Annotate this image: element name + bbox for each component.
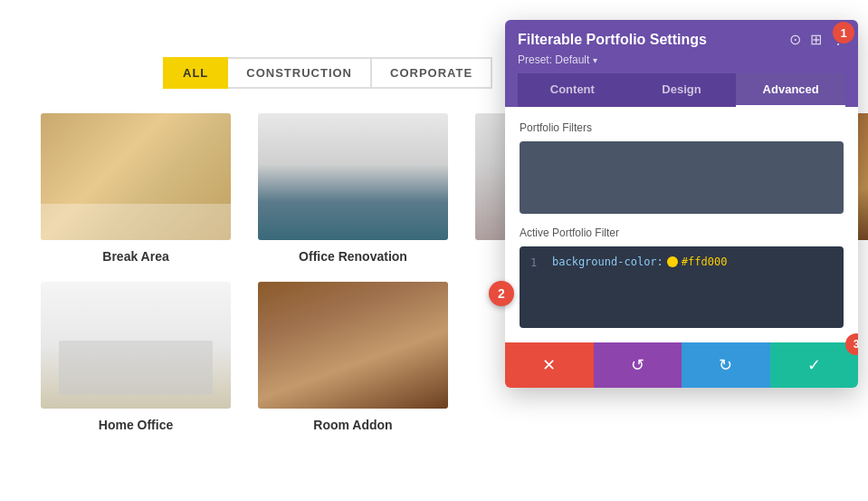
undo-button[interactable]: ↺	[594, 342, 682, 388]
active-filter-editor[interactable]: 1 background-color: #ffd000	[520, 246, 844, 328]
step-badge-1: 1	[833, 22, 854, 43]
undo-icon: ↺	[631, 355, 644, 375]
settings-panel: Filterable Portfolio Settings ⊙ ⊞ ⋮ 1 Pr…	[505, 20, 858, 388]
panel-title-row: Filterable Portfolio Settings ⊙ ⊞ ⋮ 1	[518, 31, 845, 48]
portfolio-item-room-addon[interactable]: Room Addon	[253, 282, 453, 432]
step-badge-3: 3	[845, 333, 858, 355]
portfolio-item-break-area[interactable]: Break Area	[36, 113, 235, 264]
code-content: background-color: #ffd000	[552, 255, 727, 268]
tab-advanced[interactable]: Advanced	[736, 73, 845, 107]
redo-button[interactable]: ↻	[682, 342, 770, 388]
portfolio-filters-label: Portfolio Filters	[520, 121, 844, 134]
cancel-button[interactable]: ✕	[505, 342, 594, 388]
portfolio-title-break-area: Break Area	[102, 249, 168, 264]
code-value: #ffd000	[682, 255, 728, 268]
grid-icon[interactable]: ⊞	[810, 31, 822, 48]
portfolio-title-home-office: Home Office	[99, 418, 173, 432]
filter-tabs-container: ALL CONSTRUCTION CORPORATE	[163, 57, 492, 89]
portfolio-item-home-office[interactable]: Home Office	[36, 282, 235, 432]
preset-label: Preset: Default	[518, 53, 589, 66]
portfolio-filters-input[interactable]	[520, 141, 844, 214]
code-line-number: 1	[530, 255, 541, 269]
filter-tab-all[interactable]: ALL	[163, 57, 228, 89]
confirm-button[interactable]: ✓ 3	[770, 342, 859, 388]
step-badge-2: 2	[489, 281, 514, 306]
portfolio-title-room-addon: Room Addon	[313, 418, 392, 432]
panel-header: Filterable Portfolio Settings ⊙ ⊞ ⋮ 1 Pr…	[505, 20, 858, 107]
color-swatch[interactable]	[667, 256, 678, 267]
panel-header-icons: ⊙ ⊞ ⋮ 1	[789, 31, 845, 48]
panel-title: Filterable Portfolio Settings	[518, 32, 707, 48]
active-filter-label: Active Portfolio Filter	[520, 226, 844, 239]
desk-decoration	[59, 341, 213, 395]
portfolio-thumb-room-addon	[258, 282, 448, 409]
portfolio-item-office-reno[interactable]: Office Renovation	[253, 113, 453, 264]
portfolio-title-office-reno: Office Renovation	[299, 249, 407, 264]
confirm-icon: ✓	[807, 355, 821, 375]
preset-row: Preset: Default ▾	[518, 53, 845, 66]
panel-footer: ✕ ↺ ↻ ✓ 3	[505, 342, 858, 388]
portfolio-thumb-break-area	[41, 113, 231, 240]
portfolio-thumb-office-reno	[258, 113, 448, 240]
tab-design[interactable]: Design	[627, 73, 737, 107]
filter-tab-corporate[interactable]: CORPORATE	[372, 57, 492, 89]
filter-tab-construction[interactable]: CONSTRUCTION	[228, 57, 372, 89]
panel-body: Portfolio Filters Active Portfolio Filte…	[505, 107, 858, 342]
more-icon-container[interactable]: ⋮ 1	[831, 31, 845, 48]
step-badge-2-container: 2	[489, 281, 514, 306]
panel-tabs: Content Design Advanced	[518, 73, 845, 107]
preset-chevron-icon[interactable]: ▾	[593, 55, 597, 65]
redo-icon: ↻	[719, 355, 732, 375]
tab-content[interactable]: Content	[518, 73, 627, 107]
code-property: background-color:	[552, 255, 663, 268]
target-icon[interactable]: ⊙	[789, 31, 801, 48]
portfolio-thumb-home-office	[41, 282, 231, 409]
cancel-icon: ✕	[542, 355, 556, 375]
